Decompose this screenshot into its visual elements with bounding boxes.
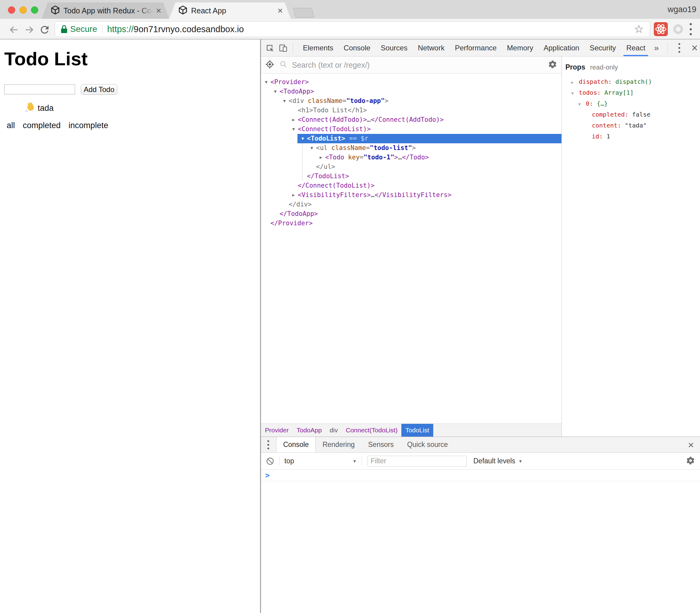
react-tree-row[interactable]: </div> bbox=[261, 200, 561, 209]
react-tree-row[interactable]: </TodoApp> bbox=[261, 209, 561, 219]
devtools-menu-icon[interactable] bbox=[678, 43, 680, 53]
react-tree-row[interactable]: </TodoList> bbox=[261, 171, 561, 181]
drawer-menu-icon[interactable] bbox=[267, 440, 269, 449]
react-search-input[interactable] bbox=[292, 61, 548, 69]
expand-arrow-icon[interactable]: ▼ bbox=[310, 143, 316, 153]
chrome-profile-name[interactable]: wgao19 bbox=[667, 5, 696, 14]
console-filter-input[interactable] bbox=[367, 456, 467, 467]
breadcrumb-item-connect(todolist)[interactable]: Connect(TodoList) bbox=[342, 424, 402, 436]
clear-console-icon[interactable] bbox=[266, 457, 274, 466]
react-tree-row[interactable]: ▶<Todo key="todo-1">…</Todo> bbox=[261, 153, 561, 162]
react-tree-row[interactable]: ▼<div className="todo-app"> bbox=[261, 96, 561, 106]
tab-close-icon[interactable]: × bbox=[277, 6, 283, 15]
react-tree-row[interactable]: ▼<Connect(TodoList)> bbox=[261, 125, 561, 134]
console-levels-select[interactable]: Default levels ▼ bbox=[473, 457, 523, 465]
tab-close-icon[interactable]: × bbox=[156, 6, 161, 15]
devtools-close-icon[interactable]: × bbox=[686, 42, 700, 53]
drawer-close-icon[interactable]: × bbox=[682, 440, 700, 450]
react-tree-row[interactable]: ▼<TodoApp> bbox=[261, 87, 561, 96]
browser-tab-codesandbox[interactable]: Todo App with Redux - CodeSa × bbox=[42, 2, 169, 19]
inspect-element-icon[interactable] bbox=[265, 43, 274, 53]
expand-arrow-icon[interactable]: ▶ bbox=[571, 77, 579, 88]
browser-tab-react-app[interactable]: React App × bbox=[169, 2, 291, 19]
expand-arrow-icon[interactable]: ▼ bbox=[274, 87, 280, 96]
drawer-tab-sensors[interactable]: Sensors bbox=[361, 437, 400, 452]
select-component-target-icon[interactable] bbox=[265, 60, 274, 70]
window-minimize-button[interactable] bbox=[20, 6, 27, 14]
drawer-tab-console[interactable]: Console bbox=[276, 437, 316, 452]
prop-row[interactable]: content: "tada" bbox=[565, 120, 700, 131]
react-tree-row[interactable]: ▶<VisibilityFilters>…</VisibilityFilters… bbox=[261, 191, 561, 200]
new-tab-button[interactable] bbox=[293, 8, 315, 17]
filter-completed[interactable]: completed bbox=[23, 121, 61, 130]
console-prompt[interactable]: > bbox=[261, 470, 700, 481]
filter-all[interactable]: all bbox=[7, 121, 15, 130]
expand-arrow-icon[interactable]: ▶ bbox=[292, 115, 298, 125]
console-context-select[interactable]: top ▼ bbox=[284, 457, 357, 465]
window-zoom-button[interactable] bbox=[31, 6, 38, 14]
prop-row[interactable]: ▼todos: Array[1] bbox=[565, 87, 700, 98]
devtools-tab-console[interactable]: Console bbox=[339, 39, 376, 56]
reload-button-icon[interactable] bbox=[39, 24, 50, 36]
console-settings-gear-icon[interactable] bbox=[686, 456, 695, 466]
device-toolbar-icon[interactable] bbox=[279, 43, 288, 53]
devtools-tab-network[interactable]: Network bbox=[412, 39, 450, 56]
prop-row[interactable]: completed: false bbox=[565, 109, 700, 120]
devtools-tab-security[interactable]: Security bbox=[585, 39, 621, 56]
devtools-tab-performance[interactable]: Performance bbox=[450, 39, 501, 56]
drawer-tabs: ConsoleRenderingSensorsQuick source bbox=[276, 437, 455, 452]
extension-icon[interactable] bbox=[673, 24, 683, 34]
drawer-tabbar: ConsoleRenderingSensorsQuick source × bbox=[261, 437, 700, 453]
react-tree-row[interactable]: <h1>Todo List</h1> bbox=[261, 106, 561, 115]
more-tabs-icon[interactable]: » bbox=[650, 43, 663, 53]
expand-arrow-icon[interactable]: ▼ bbox=[265, 77, 270, 87]
prop-row[interactable]: ▼0: {…} bbox=[565, 98, 700, 109]
react-tree-row[interactable]: ▼<ul className="todo-list"> bbox=[261, 143, 561, 153]
tree-segment: … bbox=[371, 191, 374, 198]
expand-arrow-icon[interactable]: ▼ bbox=[292, 125, 298, 134]
devtools-tab-sources[interactable]: Sources bbox=[376, 39, 412, 56]
todo-input[interactable] bbox=[4, 84, 75, 94]
breadcrumb-item-div[interactable]: div bbox=[326, 424, 342, 436]
prop-row[interactable]: ▶dispatch: dispatch() bbox=[565, 76, 700, 87]
react-tree-row[interactable]: ▼<Provider> bbox=[261, 77, 561, 87]
devtools-tab-memory[interactable]: Memory bbox=[502, 39, 539, 56]
forward-button-icon[interactable] bbox=[24, 24, 35, 36]
expand-arrow-icon[interactable]: ▼ bbox=[578, 99, 586, 109]
devtools-tab-react[interactable]: React bbox=[621, 39, 650, 56]
filter-incomplete[interactable]: incomplete bbox=[69, 121, 109, 130]
drawer-tab-quick-source[interactable]: Quick source bbox=[400, 437, 455, 452]
add-todo-button[interactable]: Add Todo bbox=[81, 84, 117, 95]
back-button-icon[interactable] bbox=[8, 24, 20, 36]
breadcrumb-item-todolist[interactable]: TodoList bbox=[402, 424, 433, 436]
prop-row[interactable]: id: 1 bbox=[565, 131, 700, 142]
expand-arrow-icon[interactable]: ▼ bbox=[283, 96, 289, 106]
address-bar[interactable]: Secure https://9on71rvnyo.codesandbox.io… bbox=[55, 21, 650, 37]
breadcrumb-item-provider[interactable]: Provider bbox=[261, 424, 293, 436]
window-close-button[interactable] bbox=[8, 6, 15, 14]
todo-text: tada bbox=[38, 104, 54, 113]
react-tree-row[interactable]: ▼<TodoList> == $r bbox=[297, 134, 561, 143]
react-tree-row[interactable]: ▶<Connect(AddTodo)>…</Connect(AddTodo)> bbox=[261, 115, 561, 125]
devtools-tab-application[interactable]: Application bbox=[538, 39, 584, 56]
settings-gear-icon[interactable] bbox=[548, 60, 557, 70]
expand-arrow-icon[interactable]: ▶ bbox=[292, 191, 298, 200]
console-toolbar: top ▼ Default levels ▼ bbox=[261, 453, 700, 470]
react-tree-row[interactable]: </Connect(TodoList)> bbox=[261, 181, 561, 191]
react-tree-row[interactable]: </ul> bbox=[261, 162, 561, 171]
chrome-menu-icon[interactable] bbox=[689, 23, 692, 35]
todo-list-item[interactable]: tada bbox=[25, 102, 54, 115]
expand-arrow-icon[interactable]: ▶ bbox=[320, 153, 325, 162]
url-text[interactable]: https://9on71rvnyo.codesandbox.io bbox=[107, 24, 244, 34]
expand-arrow-icon[interactable]: ▼ bbox=[301, 134, 307, 143]
drawer-tab-rendering[interactable]: Rendering bbox=[316, 437, 361, 452]
devtools-tab-elements[interactable]: Elements bbox=[298, 39, 339, 56]
props-panel: Propsread-only ▶dispatch: dispatch()▼tod… bbox=[561, 56, 700, 436]
expand-arrow-icon[interactable]: ▼ bbox=[571, 88, 579, 99]
react-devtools-extension-icon[interactable] bbox=[654, 22, 668, 36]
bookmark-star-icon[interactable]: ☆ bbox=[634, 24, 644, 35]
codesandbox-favicon-icon bbox=[178, 5, 188, 16]
react-tree-row[interactable]: </Provider> bbox=[261, 219, 561, 228]
tree-segment: > bbox=[385, 97, 389, 104]
breadcrumb-item-todoapp[interactable]: TodoApp bbox=[293, 424, 326, 436]
